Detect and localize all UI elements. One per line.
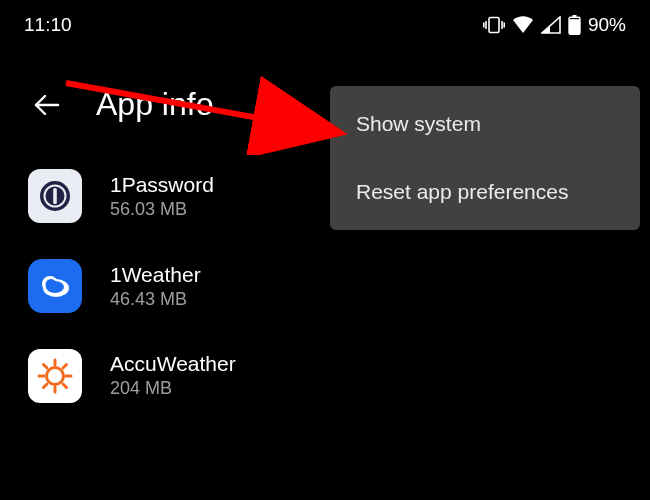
app-row-accuweather[interactable]: AccuWeather 204 MB [28,331,650,403]
app-name: 1Password [110,173,214,197]
page-title: App info [96,86,213,123]
battery-icon [568,15,581,35]
app-icon-1weather [28,259,82,313]
svg-rect-0 [489,18,499,33]
app-row-1weather[interactable]: 1Weather 46.43 MB [28,241,650,331]
back-arrow-icon[interactable] [32,90,62,120]
svg-line-23 [44,384,48,388]
svg-line-24 [63,365,67,369]
app-icon-1password [28,169,82,223]
wifi-icon [512,16,534,34]
status-right: 90% [483,14,626,36]
app-name: AccuWeather [110,352,236,376]
svg-line-21 [44,365,48,369]
app-size: 204 MB [110,378,172,398]
vibrate-icon [483,16,505,34]
status-bar: 11:10 90% [0,0,650,46]
svg-point-15 [46,279,57,290]
app-size: 56.03 MB [110,199,214,220]
app-icon-accuweather [28,349,82,403]
svg-line-22 [63,384,67,388]
overflow-menu: Show system Reset app preferences [330,86,640,230]
svg-rect-11 [53,188,57,204]
menu-item-reset-prefs[interactable]: Reset app preferences [330,158,640,226]
battery-percent: 90% [588,14,626,36]
status-time: 11:10 [24,14,72,36]
app-size: 46.43 MB [110,289,201,310]
cell-signal-icon [541,16,561,34]
app-name: 1Weather [110,263,201,287]
menu-item-show-system[interactable]: Show system [330,90,640,158]
svg-point-16 [47,368,64,385]
svg-rect-7 [569,19,580,34]
